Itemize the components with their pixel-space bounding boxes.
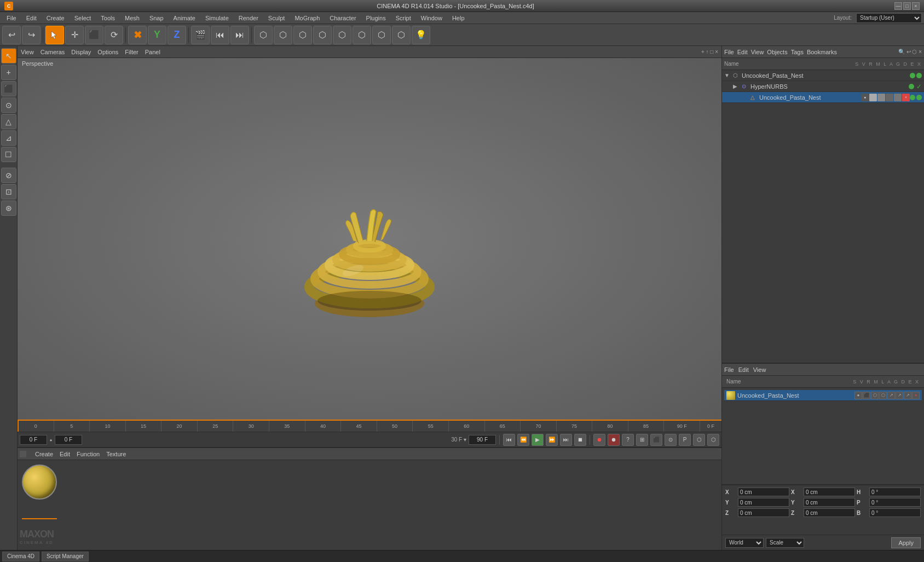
tool-y-button[interactable]: Y — [148, 26, 166, 44]
menu-select[interactable]: Select — [70, 14, 96, 22]
menu-simulate[interactable]: Simulate — [201, 14, 233, 22]
close-button[interactable]: × — [912, 2, 920, 10]
menu-animate[interactable]: Animate — [169, 14, 200, 22]
coord-world-select[interactable]: World Object — [725, 538, 764, 548]
point-mode-button[interactable]: ⬡ — [274, 26, 292, 44]
coord-x-size-input[interactable] — [804, 488, 855, 496]
end-frame-input[interactable] — [469, 435, 496, 445]
viewport-menu-panel[interactable]: Panel — [145, 49, 160, 55]
mat-row-pasta[interactable]: Uncooked_Pasta_Nest ● ⬛ ⬡ ⬡ ↗ ↗ ↗ × — [724, 390, 922, 401]
menu-edit[interactable]: Edit — [22, 14, 41, 22]
material-item-pasta[interactable] — [22, 464, 57, 508]
edge-mode-button[interactable]: ⬡ — [293, 26, 312, 44]
expand-icon-nurbs[interactable]: ▶ — [733, 83, 740, 89]
viewport-menu-display[interactable]: Display — [71, 49, 91, 55]
play-button[interactable]: ▶ — [532, 434, 544, 446]
menu-mesh[interactable]: Mesh — [120, 14, 144, 22]
left-tool-magnet[interactable]: ⊡ — [1, 184, 16, 199]
material-menu-create[interactable]: Create — [35, 451, 53, 457]
menu-file[interactable]: File — [2, 14, 21, 22]
key-obj-button[interactable]: ⬛ — [650, 434, 662, 446]
left-tool-select-rect[interactable]: ⬛ — [1, 81, 16, 96]
coord-y-size-input[interactable] — [804, 498, 855, 507]
coord-b-input[interactable] — [869, 508, 921, 517]
maximize-button[interactable]: □ — [903, 2, 911, 10]
mat-icon-5[interactable]: ↗ — [887, 392, 895, 399]
prev-key-button[interactable]: ⏮ — [211, 26, 229, 44]
auto-key-button[interactable]: ⏺ — [608, 434, 620, 446]
mat-menu-file[interactable]: File — [724, 366, 734, 373]
coord-z-size-input[interactable] — [804, 508, 855, 517]
mat-icon-6[interactable]: ↗ — [896, 392, 903, 399]
left-tool-add[interactable]: + — [1, 65, 16, 80]
timeline-playhead[interactable] — [18, 421, 19, 432]
light-button[interactable]: 💡 — [412, 26, 430, 44]
texture-mode-button[interactable]: ⬡ — [333, 26, 351, 44]
left-tool-select-circle[interactable]: ⊙ — [1, 98, 16, 113]
mat-menu-edit[interactable]: Edit — [738, 366, 749, 373]
go-end-button[interactable]: ⏭ — [560, 434, 572, 446]
scale-tool-button[interactable]: ⬛ — [85, 26, 103, 44]
mat-icon-4[interactable]: ⬡ — [879, 392, 887, 399]
layout-preset[interactable]: Startup (User) — [856, 13, 922, 23]
stop-button[interactable]: ⏹ — [574, 434, 586, 446]
material-menu-edit[interactable]: Edit — [60, 451, 70, 457]
redo-button[interactable]: ↪ — [22, 26, 41, 44]
menu-help[interactable]: Help — [448, 14, 469, 22]
menu-render[interactable]: Render — [234, 14, 263, 22]
right-menu-bookmarks[interactable]: Bookmarks — [807, 49, 837, 55]
expand-icon-root[interactable]: ▼ — [724, 72, 731, 78]
rotate-tool-button[interactable]: ⟳ — [105, 26, 123, 44]
next-key-button[interactable]: ⏭ — [230, 26, 249, 44]
menu-create[interactable]: Create — [42, 14, 69, 22]
scene-canvas[interactable]: X Y Z — [18, 58, 721, 420]
snap-button[interactable]: ⬡ — [372, 26, 391, 44]
left-tool-bridge[interactable]: ☐ — [1, 147, 16, 162]
coord-z-pos-input[interactable] — [738, 508, 789, 517]
key-morph-button[interactable]: P — [679, 434, 691, 446]
coord-x-pos-input[interactable] — [738, 488, 789, 496]
obj-row-mesh[interactable]: ▶ △ Uncooked_Pasta_Nest ● × — [722, 92, 924, 103]
viewport[interactable]: View Cameras Display Options Filter Pane… — [18, 46, 721, 420]
left-tool-arrow[interactable]: ↖ — [1, 48, 16, 64]
mat-menu-view[interactable]: View — [753, 366, 766, 373]
select-tool-button[interactable] — [45, 26, 64, 44]
coord-h-input[interactable] — [869, 488, 921, 496]
preview-frame-input[interactable] — [55, 435, 82, 445]
left-tool-smooth[interactable]: ⊛ — [1, 200, 16, 216]
mat-icon-1[interactable]: ● — [854, 392, 862, 399]
material-menu-function[interactable]: Function — [77, 451, 100, 457]
viewport-menu-view[interactable]: View — [21, 49, 34, 55]
keyframe-button[interactable]: 🎬 — [191, 26, 210, 44]
minimize-button[interactable]: — — [894, 2, 902, 10]
mat-icon-7[interactable]: ↗ — [904, 392, 911, 399]
obj-row-root[interactable]: ▼ ⬡ Uncooked_Pasta_Nest — [722, 70, 924, 81]
material-thumb-pasta[interactable] — [22, 464, 57, 500]
taskbar-item-1[interactable]: Cinema 4D — [2, 552, 39, 561]
current-frame-input[interactable] — [20, 435, 47, 445]
coord-p-input[interactable] — [869, 498, 921, 507]
left-tool-knife[interactable]: ⊘ — [1, 168, 16, 183]
menu-plugins[interactable]: Plugins — [362, 14, 390, 22]
uv-mode-button[interactable]: ⬡ — [353, 26, 371, 44]
mat-icon-del[interactable]: × — [912, 392, 920, 399]
move-tool-button[interactable]: ✛ — [65, 26, 84, 44]
render-button[interactable]: ⬡ — [392, 26, 411, 44]
next-frame-button[interactable]: ⏩ — [546, 434, 558, 446]
coord-y-pos-input[interactable] — [738, 498, 789, 507]
menu-snap[interactable]: Snap — [145, 14, 168, 22]
undo-button[interactable]: ↩ — [2, 26, 21, 44]
viewport-menu-filter[interactable]: Filter — [125, 49, 138, 55]
menu-script[interactable]: Script — [391, 14, 415, 22]
object-mode-button[interactable]: ⬡ — [254, 26, 273, 44]
menu-sculpt[interactable]: Sculpt — [264, 14, 290, 22]
mat-icon-2[interactable]: ⬛ — [863, 392, 870, 399]
tool-z-button[interactable]: Z — [168, 26, 186, 44]
key-sel2-button[interactable]: ⬡ — [693, 434, 705, 446]
key-sel-button[interactable]: ⊞ — [636, 434, 648, 446]
menu-tools[interactable]: Tools — [96, 14, 119, 22]
apply-button[interactable]: Apply — [891, 537, 921, 548]
key-motion-button[interactable]: ⬡ — [707, 434, 719, 446]
right-menu-tags[interactable]: Tags — [791, 49, 804, 55]
menu-mograph[interactable]: MoGraph — [290, 14, 324, 22]
